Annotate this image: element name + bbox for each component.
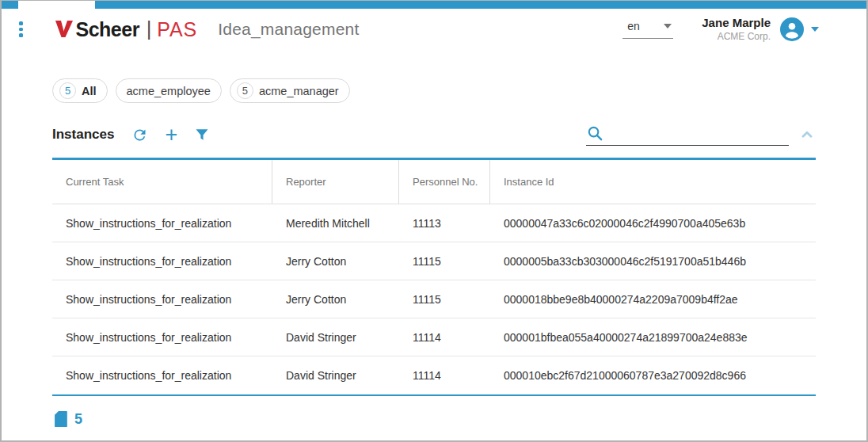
top-accent-bar: [2, 1, 866, 9]
user-menu-caret-icon[interactable]: [811, 27, 819, 32]
cell-reporter: David Stringer: [272, 318, 399, 356]
app-window: Scheer | PAS Idea_management en Jane Mar…: [0, 0, 868, 442]
cell-current-task: Show_instructions_for_realization: [52, 318, 272, 356]
cell-reporter: David Stringer: [272, 356, 399, 394]
user-info: Jane Marple ACME Corp.: [702, 16, 771, 43]
language-value: en: [627, 20, 640, 32]
cell-reporter: Jerry Cotton: [272, 242, 399, 280]
table-footer: 5: [2, 410, 866, 429]
filter-chip-all[interactable]: 5 All: [52, 78, 108, 103]
brand-name: Scheer: [76, 18, 139, 41]
filter-button[interactable]: [194, 127, 210, 143]
cell-reporter: Jerry Cotton: [272, 280, 399, 318]
brand-divider: |: [147, 17, 151, 40]
page-title: Idea_management: [218, 20, 359, 39]
filter-chip-bar: 5 All acme_employee 5 acme_manager: [2, 78, 866, 103]
cell-instance-id: 00000047a33c6c02000046c2f4990700a405e63b: [490, 204, 816, 242]
user-company: ACME Corp.: [702, 31, 771, 43]
cell-instance-id: 0000005ba33cb303000046c2f5191700a51b446b: [490, 242, 816, 280]
plus-icon: +: [165, 127, 177, 143]
instances-title: Instances: [52, 127, 114, 143]
search-icon: [586, 124, 604, 143]
record-count: 5: [74, 411, 82, 428]
cell-current-task: Show_instructions_for_realization: [52, 242, 272, 280]
refresh-button[interactable]: [131, 127, 148, 143]
collapse-panel-button[interactable]: [798, 126, 816, 143]
column-header-personnel-no: Personnel No.: [399, 160, 490, 204]
person-icon: [780, 17, 804, 41]
instances-table: Current Task Reporter Personnel No. Inst…: [52, 158, 816, 396]
top-accent-notch: [18, 1, 95, 9]
scheer-logo-icon: [55, 20, 74, 39]
cell-personnel-no: 11115: [399, 242, 490, 280]
search-input[interactable]: [609, 127, 789, 143]
column-header-current-task: Current Task: [52, 160, 272, 204]
column-header-instance-id: Instance Id: [490, 160, 816, 204]
chevron-down-icon: [664, 24, 672, 29]
chip-count-badge: 5: [237, 82, 253, 99]
cell-personnel-no: 11114: [399, 356, 490, 394]
chip-label: acme_employee: [127, 85, 211, 97]
add-button[interactable]: +: [165, 127, 177, 143]
cell-current-task: Show_instructions_for_realization: [52, 356, 272, 394]
table-row[interactable]: Show_instructions_for_realization Jerry …: [52, 280, 816, 318]
cell-instance-id: 000010ebc2f67d21000060787e3a270092d8c966: [490, 356, 816, 394]
column-header-reporter: Reporter: [272, 160, 399, 204]
cell-instance-id: 000001bfbea055a40000274a21899700a24e883e: [490, 318, 816, 356]
kebab-menu-icon[interactable]: [16, 18, 26, 40]
cell-personnel-no: 11114: [399, 318, 490, 356]
chip-label: All: [82, 85, 97, 97]
user-avatar[interactable]: [780, 17, 804, 41]
table-header-row: Current Task Reporter Personnel No. Inst…: [52, 160, 816, 204]
brand-product: PAS: [157, 18, 197, 41]
filter-chip-acme-manager[interactable]: 5 acme_manager: [230, 78, 350, 103]
language-select[interactable]: en: [622, 20, 673, 39]
refresh-icon: [131, 127, 148, 143]
instances-toolbar: Instances +: [2, 122, 866, 147]
table-row[interactable]: Show_instructions_for_realization Meredi…: [52, 204, 816, 242]
cell-personnel-no: 11115: [399, 280, 490, 318]
brand-logo: Scheer | PAS: [55, 18, 198, 41]
search-box: [586, 124, 789, 146]
filter-chip-acme-employee[interactable]: acme_employee: [116, 78, 222, 103]
chip-label: acme_manager: [259, 85, 339, 97]
table-row[interactable]: Show_instructions_for_realization David …: [52, 356, 816, 394]
chip-count-badge: 5: [59, 82, 76, 99]
chevron-up-icon: [798, 126, 816, 143]
user-name: Jane Marple: [702, 16, 771, 31]
cell-current-task: Show_instructions_for_realization: [52, 280, 272, 318]
cell-personnel-no: 11113: [399, 204, 490, 242]
cell-instance-id: 0000018bbe9e8b40000274a2209a7009b4ff2ae: [490, 280, 816, 318]
table-row[interactable]: Show_instructions_for_realization Jerry …: [52, 242, 816, 280]
table-row[interactable]: Show_instructions_for_realization David …: [52, 318, 816, 356]
cell-reporter: Meredith Mitchell: [272, 204, 399, 242]
filter-funnel-icon: [194, 127, 210, 143]
document-icon: [52, 410, 69, 429]
app-header: Scheer | PAS Idea_management en Jane Mar…: [2, 9, 866, 50]
cell-current-task: Show_instructions_for_realization: [52, 204, 272, 242]
